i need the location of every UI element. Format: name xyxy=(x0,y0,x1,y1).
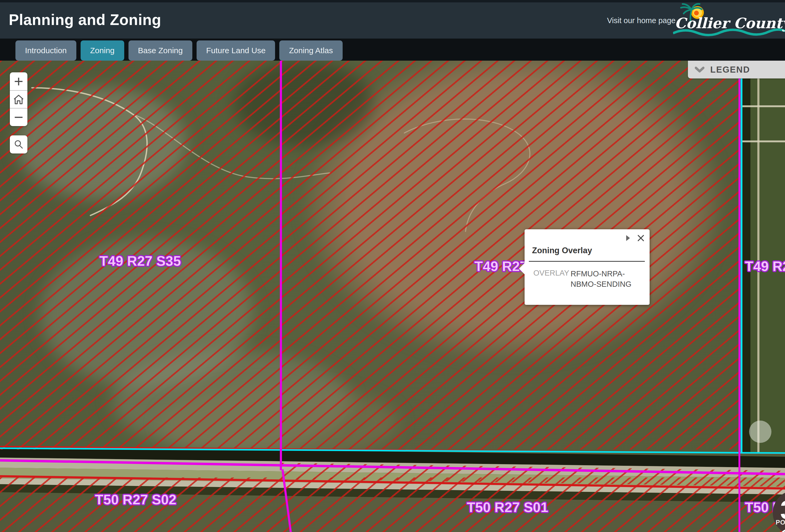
minus-icon: − xyxy=(14,109,23,125)
zoom-control-panel: + − xyxy=(10,72,27,126)
overlay-field-value: RFMUO-NRPA-NBMO-SENDING xyxy=(571,269,648,289)
section-label: T50 R27 S02 xyxy=(95,491,176,508)
section-label: T49 R27 S35 xyxy=(100,253,181,269)
home-button[interactable] xyxy=(10,90,27,108)
search-button[interactable] xyxy=(10,135,27,153)
planning-zoning-app: Planning and Zoning Visit our home page xyxy=(0,0,785,532)
close-icon xyxy=(637,235,644,242)
arrow-right-icon xyxy=(626,235,630,242)
search-control-panel xyxy=(10,135,27,153)
popup-separator xyxy=(529,261,645,262)
section-line-magenta xyxy=(738,61,740,532)
zoning-overlay-popup: Zoning Overlay OVERLAY RFMUO-NRPA-NBMO-S… xyxy=(525,229,650,305)
map-canvas[interactable]: T49 R27 S35 T49 R27 T49 R28 T50 R27 S02 … xyxy=(0,61,785,532)
search-icon xyxy=(14,140,24,150)
section-label: T49 R28 xyxy=(745,258,785,274)
chevron-down-icon xyxy=(695,66,704,73)
legend-label: LEGEND xyxy=(710,65,750,75)
legend-toggle[interactable]: LEGEND xyxy=(688,61,785,78)
tab-zoning[interactable]: Zoning xyxy=(81,41,124,61)
tab-bar: Introduction Zoning Base Zoning Future L… xyxy=(16,41,343,61)
top-strip xyxy=(0,0,785,2)
zoom-out-button[interactable]: − xyxy=(10,108,27,126)
home-icon xyxy=(13,94,24,105)
popup-actions xyxy=(626,235,644,242)
tab-introduction[interactable]: Introduction xyxy=(16,41,76,61)
page-title: Planning and Zoning xyxy=(9,11,161,28)
badge-letters: PO xyxy=(776,519,785,526)
zoom-in-button[interactable]: + xyxy=(10,72,27,90)
section-line-magenta xyxy=(280,61,282,470)
section-label: T50 R27 S01 xyxy=(467,499,548,515)
overlay-line-cyan xyxy=(740,61,742,453)
collier-county-logo[interactable]: Collier County xyxy=(673,2,785,41)
overlay-field-label: OVERLAY xyxy=(533,269,569,277)
dock-arrow-button[interactable] xyxy=(626,235,630,242)
tab-base-zoning[interactable]: Base Zoning xyxy=(128,41,192,61)
header-bar: Planning and Zoning Visit our home page xyxy=(0,2,785,39)
popup-title: Zoning Overlay xyxy=(532,246,592,255)
tab-future-land-use[interactable]: Future Land Use xyxy=(197,41,275,61)
logo-wordmark: Collier County xyxy=(675,15,785,32)
home-page-link[interactable]: Visit our home page xyxy=(607,16,676,25)
watermark-circle xyxy=(749,421,771,443)
tab-zoning-atlas[interactable]: Zoning Atlas xyxy=(279,41,343,61)
close-button[interactable] xyxy=(637,235,644,242)
plus-icon: + xyxy=(14,73,23,90)
